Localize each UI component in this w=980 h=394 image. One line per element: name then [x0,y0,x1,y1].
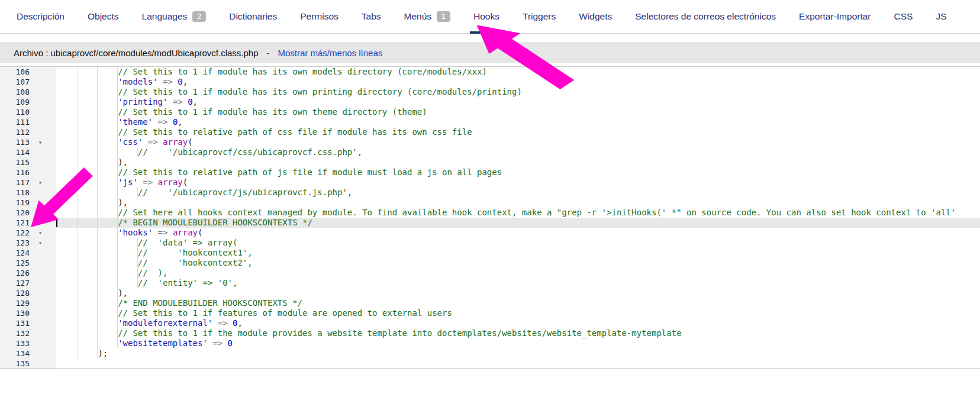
line-number: 109 [0,97,56,107]
code-line-112: 112// Set this to relative path of css f… [0,127,980,137]
code-line-132: 132// Set this to 1 if the module provid… [0,328,980,338]
code-text[interactable]: // 'hookcontext1', [56,248,980,258]
code-line-108: 108// Set this to 1 if module has its ow… [0,87,980,97]
code-line-119: 119), [0,198,980,208]
code-text[interactable]: // Set this to 1 if features of module a… [56,308,980,318]
code-line-123: 123▾// 'data' => array( [0,238,980,248]
fold-toggle-icon[interactable]: ▾ [38,238,42,248]
line-number: 125 [0,258,56,268]
code-text[interactable]: // Set this to 1 if module has its own t… [56,107,980,117]
line-number: 112 [0,127,56,137]
line-number: 115 [0,157,56,167]
show-more-less-lines-link[interactable]: Mostrar más/menos líneas [278,48,383,58]
tab-label: Dictionaries [229,11,277,22]
line-number: 124 [0,248,56,258]
line-number: 126 [0,268,56,278]
code-text[interactable]: // Set here all hooks context managed by… [56,208,980,218]
code-text[interactable]: 'css' => array( [56,137,980,147]
line-number: 119 [0,198,56,208]
code-text[interactable]: 'models' => 0, [56,77,980,87]
code-line-122: 122▾'hooks' => array( [0,228,980,238]
fold-toggle-icon[interactable]: ▾ [38,228,42,238]
fold-toggle-icon[interactable]: ▾ [38,208,42,218]
code-text[interactable]: 'hooks' => array( [56,228,980,238]
tab-label: Descripción [17,11,65,22]
code-text[interactable]: ); [56,348,980,359]
code-text[interactable]: // Set this to 1 if the module provides … [56,328,980,338]
code-text[interactable]: ), [56,198,980,208]
tab-triggers[interactable]: Triggers [523,0,556,34]
line-number: 106 [0,67,56,77]
tab-hooks[interactable]: Hooks [473,0,499,34]
code-text[interactable]: // 'data' => array( [56,238,980,248]
tab-descripcion[interactable]: Descripción [17,0,65,34]
line-number: 127 [0,278,56,288]
tab-label: CSS [894,11,913,22]
code-line-126: 126// ), [0,268,980,278]
tab-objects[interactable]: Objects [88,0,119,34]
line-number: 110 [0,107,56,117]
tab-languages[interactable]: Languages2 [142,0,207,34]
tab-bar: DescripciónObjectsLanguages2Dictionaries… [0,0,980,34]
code-text[interactable]: // Set this to 1 if module has its own p… [56,87,980,97]
fold-toggle-icon[interactable]: ▾ [38,177,42,188]
code-text[interactable]: // Set this to relative path of css file… [56,127,980,137]
line-number: 134 [0,348,56,359]
code-line-134: 134); [0,348,980,359]
code-text[interactable] [56,359,980,369]
code-line-130: 130// Set this to 1 if features of modul… [0,308,980,318]
tab-label: Objects [88,11,119,22]
separator: - [267,48,270,58]
tab-count-badge: 2 [192,11,206,22]
tab-label: Exportar-Importar [799,11,871,22]
line-number: 108 [0,87,56,97]
tab-widgets[interactable]: Widgets [579,0,612,34]
tab-permisos[interactable]: Permisos [300,0,339,34]
tab-tabs[interactable]: Tabs [362,0,381,34]
code-text[interactable]: // '/ubicaprovcf/css/ubicaprovcf.css.php… [56,147,980,157]
code-line-118: 118// '/ubicaprovcf/js/ubicaprovcf.js.ph… [0,188,980,198]
code-text[interactable]: ), [56,288,980,298]
code-line-121: 121/* BEGIN MODULEBUILDER HOOKSCONTEXTS … [0,218,980,228]
code-text[interactable]: // '/ubicaprovcf/js/ubicaprovcf.js.php', [56,188,980,198]
code-text[interactable]: // Set this to 1 if module has its own m… [56,67,980,77]
tab-exportar-importar[interactable]: Exportar-Importar [799,0,871,34]
code-text[interactable]: 'theme' => 0, [56,117,980,127]
code-text[interactable]: 'js' => array( [56,177,980,188]
code-text[interactable]: // 'entity' => '0', [56,278,980,288]
tab-count-badge: 1 [437,11,450,22]
code-text[interactable]: 'websitetemplates' => 0 [56,338,980,348]
code-line-128: 128), [0,288,980,298]
line-number: 116 [0,167,56,177]
tab-label: Selectores de correos electrónicos [635,11,776,22]
code-text[interactable]: ), [56,157,980,167]
tab-selectores-de-correos-electronicos[interactable]: Selectores de correos electrónicos [635,0,776,34]
code-line-129: 129/* END MODULEBUILDER HOOKSCONTEXTS */ [0,298,980,308]
code-text[interactable]: 'printing' => 0, [56,97,980,107]
line-number: 123▾ [0,238,56,248]
code-text[interactable]: // ), [56,268,980,278]
code-text[interactable]: /* END MODULEBUILDER HOOKSCONTEXTS */ [56,298,980,308]
line-number: 120▾ [0,208,56,218]
fold-toggle-icon[interactable]: ▾ [38,137,42,147]
line-number: 128 [0,288,56,298]
code-text[interactable]: // 'hookcontext2', [56,258,980,268]
code-line-113: 113▾'css' => array( [0,137,980,147]
tab-label: Tabs [362,11,381,22]
code-text[interactable]: 'moduleforexternal' => 0, [56,318,980,328]
code-editor[interactable]: 106// Set this to 1 if module has its ow… [0,66,980,369]
code-line-117: 117▾'js' => array( [0,177,980,188]
code-line-131: 131'moduleforexternal' => 0, [0,318,980,328]
tab-label: Triggers [523,11,556,22]
line-number: 135 [0,359,56,369]
tab-menus[interactable]: Menús1 [404,0,450,34]
tab-css[interactable]: CSS [894,0,913,34]
code-text[interactable]: /* BEGIN MODULEBUILDER HOOKSCONTEXTS */ [56,218,980,228]
line-number: 117▾ [0,177,56,188]
code-line-110: 110// Set this to 1 if module has its ow… [0,107,980,117]
code-line-107: 107'models' => 0, [0,77,980,87]
code-text[interactable]: // Set this to relative path of js file … [56,167,980,177]
tab-js[interactable]: JS [936,0,946,34]
file-header-bar: Archivo : ubicaprovcf/core/modules/modUb… [0,42,980,63]
tab-dictionaries[interactable]: Dictionaries [229,0,277,34]
